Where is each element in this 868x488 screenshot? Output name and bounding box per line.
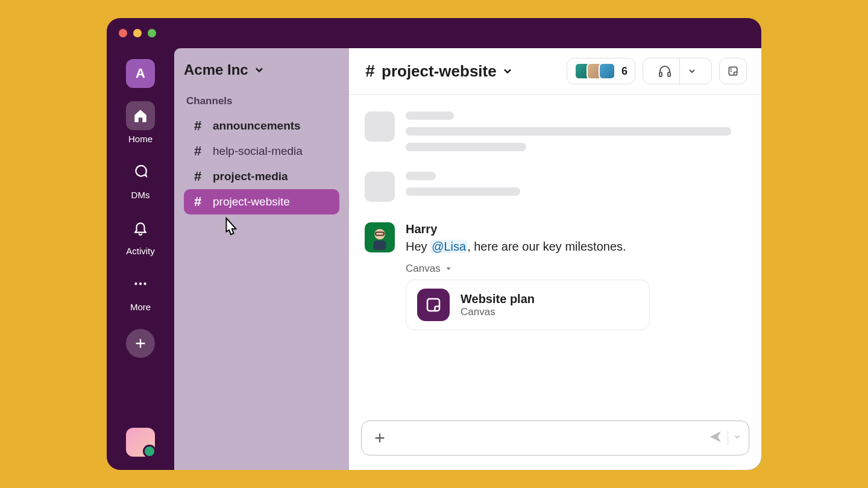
- maximize-window-button[interactable]: [148, 29, 156, 37]
- rail-item-dms[interactable]: DMs: [126, 157, 155, 200]
- skeleton-avatar: [365, 172, 395, 202]
- channel-announcements[interactable]: # announcements: [184, 113, 339, 139]
- svg-rect-7: [374, 240, 386, 250]
- more-icon: [126, 269, 155, 298]
- chevron-down-icon: [679, 58, 704, 84]
- message-author[interactable]: Harry: [406, 222, 746, 236]
- main-panel: # project-website 6: [349, 48, 761, 470]
- rail-label-more: More: [130, 302, 151, 312]
- channel-project-media[interactable]: # project-media: [184, 164, 339, 189]
- channels-section-label: Channels: [184, 95, 339, 107]
- hash-icon: #: [191, 118, 204, 134]
- send-button[interactable]: [708, 430, 723, 446]
- channel-header-name: project-website: [382, 62, 497, 81]
- chevron-down-icon: [253, 64, 265, 76]
- rail-label-dms: DMs: [131, 190, 150, 200]
- message-composer[interactable]: [361, 421, 749, 455]
- member-avatars: [574, 63, 615, 80]
- separator: [728, 431, 728, 445]
- canvas-file-icon: [417, 289, 450, 321]
- headphones-icon: [650, 58, 679, 84]
- dms-icon: [126, 157, 155, 186]
- members-button[interactable]: 6: [567, 58, 635, 84]
- close-window-button[interactable]: [119, 29, 127, 37]
- svg-point-0: [134, 283, 137, 285]
- app-body: A Home DMs Activity: [107, 48, 761, 470]
- cursor-icon: [221, 217, 339, 240]
- rail-label-home: Home: [128, 134, 153, 144]
- rail-item-activity[interactable]: Activity: [126, 213, 155, 256]
- attachment-type-label: Canvas: [406, 263, 441, 275]
- message-text-suffix: , here are our key milestones.: [467, 240, 626, 253]
- skeleton-line: [406, 187, 520, 196]
- skeleton-line: [406, 111, 454, 120]
- svg-point-2: [143, 283, 146, 285]
- canvas-subtitle: Canvas: [461, 306, 535, 318]
- hash-icon: #: [191, 143, 204, 159]
- rail-user[interactable]: [126, 428, 155, 457]
- workspace-letter: A: [136, 66, 145, 81]
- hash-icon: #: [191, 169, 204, 184]
- workspace-menu[interactable]: Acme Inc: [184, 61, 339, 78]
- workspace-name: Acme Inc: [184, 61, 248, 78]
- message: Harry Hey @Lisa, here are our key milest…: [365, 222, 746, 330]
- channel-sidebar: Acme Inc Channels # announcements # help…: [174, 48, 349, 470]
- attachment-label[interactable]: Canvas: [406, 263, 746, 275]
- minimize-window-button[interactable]: [133, 29, 142, 37]
- canvas-icon: [727, 64, 739, 78]
- svg-rect-9: [427, 299, 439, 311]
- message-avatar[interactable]: [365, 222, 395, 252]
- huddle-button[interactable]: [643, 58, 712, 84]
- header-actions: 6: [567, 58, 747, 84]
- composer-plus-button[interactable]: [369, 427, 391, 449]
- message-text: Hey @Lisa, here are our key milestones.: [406, 237, 746, 255]
- create-new-button[interactable]: [126, 329, 155, 358]
- skeleton-message: [365, 172, 746, 202]
- canvas-attachment[interactable]: Website plan Canvas: [406, 280, 650, 330]
- message-text-prefix: Hey: [406, 240, 430, 253]
- member-avatar: [599, 63, 615, 80]
- skeleton-message: [365, 111, 746, 151]
- skeleton-line: [406, 172, 436, 180]
- skeleton-line: [406, 143, 526, 151]
- channel-name: announcements: [213, 119, 301, 133]
- activity-icon: [126, 213, 155, 242]
- composer-area: [349, 413, 761, 470]
- channel-project-website[interactable]: # project-website: [184, 189, 339, 214]
- plus-icon: [373, 431, 386, 445]
- home-icon: [126, 101, 155, 130]
- svg-rect-3: [659, 72, 662, 77]
- skeleton-line: [406, 127, 731, 136]
- titlebar: [107, 18, 761, 48]
- channel-header: # project-website 6: [349, 48, 761, 95]
- left-rail: A Home DMs Activity: [107, 48, 174, 470]
- canvas-button[interactable]: [719, 58, 747, 84]
- skeleton-avatar: [365, 111, 395, 142]
- member-count: 6: [621, 65, 627, 78]
- rail-item-more[interactable]: More: [126, 269, 155, 312]
- channel-name: project-media: [213, 170, 288, 183]
- message-list[interactable]: Harry Hey @Lisa, here are our key milest…: [349, 95, 761, 413]
- traffic-lights: [119, 29, 156, 37]
- rail-item-home[interactable]: Home: [126, 101, 155, 144]
- panels: Acme Inc Channels # announcements # help…: [174, 48, 761, 470]
- app-window: A Home DMs Activity: [107, 18, 761, 470]
- channel-name: project-website: [213, 195, 290, 208]
- user-avatar: [126, 428, 155, 457]
- canvas-title: Website plan: [461, 292, 535, 306]
- channel-help-social-media[interactable]: # help-social-media: [184, 139, 339, 164]
- hash-icon: #: [191, 194, 204, 210]
- chevron-down-icon: [502, 65, 514, 77]
- svg-point-1: [139, 283, 142, 285]
- hash-icon: #: [363, 61, 377, 81]
- workspace-switcher[interactable]: A: [126, 59, 155, 88]
- rail-label-activity: Activity: [126, 246, 155, 256]
- send-options-button[interactable]: [733, 433, 741, 443]
- send-icon: [708, 430, 723, 444]
- caret-down-icon: [444, 264, 453, 273]
- svg-rect-4: [668, 72, 670, 77]
- user-mention[interactable]: @Lisa: [430, 240, 467, 253]
- chevron-down-icon: [733, 433, 741, 441]
- channel-name: help-social-media: [213, 145, 303, 158]
- channel-title-button[interactable]: # project-website: [363, 61, 514, 81]
